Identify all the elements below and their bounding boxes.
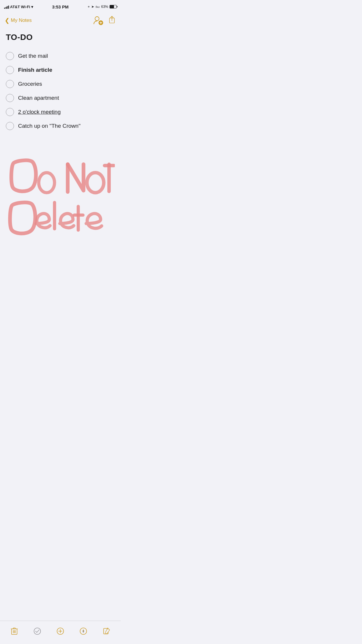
status-time: 3:53 PM — [52, 4, 69, 9]
todo-list: Get the mailFinish articleGroceriesClean… — [6, 49, 115, 133]
wifi-icon: ▾ — [31, 5, 33, 9]
todo-text-6: Catch up on "The Crown" — [18, 123, 80, 130]
bluetooth-icon: ℻ — [96, 5, 100, 9]
location-icon: ⌖ — [88, 5, 90, 9]
signal-bars-icon — [4, 5, 9, 9]
carrier-label: AT&T Wi-Fi — [10, 5, 30, 9]
back-button[interactable]: ❮ My Notes — [5, 18, 32, 23]
todo-item: Finish article — [6, 63, 115, 77]
nav-right-icons — [93, 15, 116, 26]
todo-item: Catch up on "The Crown" — [6, 119, 115, 133]
battery-icon — [110, 5, 117, 8]
todo-item: Groceries — [6, 77, 115, 91]
todo-text-2: Finish article — [18, 66, 52, 74]
todo-text-4: Clean apartment — [18, 94, 59, 102]
todo-checkbox-1[interactable] — [6, 52, 14, 60]
todo-checkbox-4[interactable] — [6, 94, 14, 102]
svg-point-7 — [87, 173, 104, 193]
note-title: TO-DO — [6, 33, 115, 42]
nav-bar: ❮ My Notes — [0, 13, 121, 28]
battery-label: 63% — [101, 5, 108, 9]
todo-item: Get the mail — [6, 49, 115, 63]
handwritten-area — [6, 145, 115, 250]
status-indicators: ⌖ ➤ ℻ 63% — [88, 5, 117, 9]
navigation-icon: ➤ — [91, 5, 94, 9]
carrier-info: AT&T Wi-Fi ▾ — [4, 5, 33, 9]
svg-point-0 — [95, 17, 99, 21]
todo-text-5: 2 o'clock meeting — [18, 108, 61, 116]
todo-item: 2 o'clock meeting — [6, 105, 115, 119]
todo-text-3: Groceries — [18, 80, 42, 88]
content-area: TO-DO Get the mailFinish articleGrocerie… — [0, 28, 121, 285]
share-button[interactable] — [108, 16, 116, 25]
svg-point-6 — [39, 173, 55, 193]
back-chevron-icon: ❮ — [5, 18, 10, 23]
todo-checkbox-6[interactable] — [6, 122, 14, 130]
todo-text-1: Get the mail — [18, 52, 48, 60]
handwritten-text-svg — [6, 145, 115, 250]
todo-checkbox-3[interactable] — [6, 80, 14, 88]
todo-checkbox-5[interactable] — [6, 108, 14, 116]
add-person-button[interactable] — [93, 15, 103, 26]
todo-checkbox-2[interactable] — [6, 66, 14, 74]
todo-item: Clean apartment — [6, 91, 115, 105]
back-label: My Notes — [11, 18, 32, 23]
status-bar: AT&T Wi-Fi ▾ 3:53 PM ⌖ ➤ ℻ 63% — [0, 0, 121, 13]
